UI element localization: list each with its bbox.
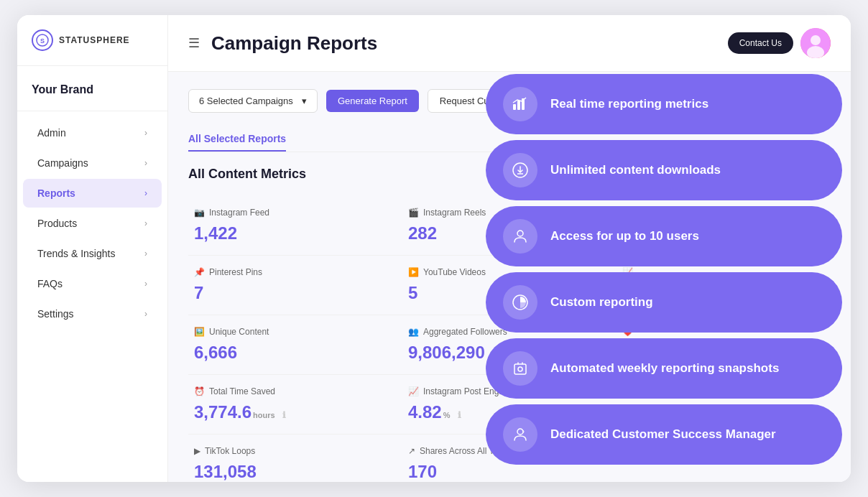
metric-value-instagram-feed: 1,422 bbox=[194, 223, 397, 243]
sidebar-item-faqs[interactable]: FAQs › bbox=[23, 269, 162, 298]
custom-reporting-icon bbox=[503, 285, 537, 320]
sidebar-item-trends[interactable]: Trends & Insights › bbox=[23, 239, 162, 268]
feature-realtime-text: Real time reporting metrics bbox=[550, 97, 708, 111]
realtime-icon bbox=[503, 87, 537, 121]
metric-platform-total-time: ⏰ Total Time Saved bbox=[194, 386, 397, 396]
metric-tiktok-loops: ▶ TikTok Loops 131,058 bbox=[188, 435, 402, 482]
svg-rect-6 bbox=[517, 101, 520, 110]
instagram-feed-icon: 📷 bbox=[194, 208, 205, 218]
main-content: ☰ Campaign Reports Contact Us 6 Selected… bbox=[168, 15, 851, 482]
nav-label-faqs: FAQs bbox=[37, 278, 63, 289]
hamburger-icon[interactable]: ☰ bbox=[188, 35, 200, 51]
sidebar-logo: S STATUSPHERE bbox=[17, 29, 167, 66]
metric-value-unique-content: 6,666 bbox=[194, 343, 397, 363]
svg-point-3 bbox=[811, 35, 821, 45]
metric-platform-pinterest: 📌 Pinterest Pins bbox=[194, 267, 397, 277]
metric-platform-tiktok-loops: ▶ TikTok Loops bbox=[194, 446, 397, 456]
brand-section: Your Brand bbox=[17, 78, 167, 111]
sidebar: S STATUSPHERE Your Brand Admin › Campaig… bbox=[17, 15, 168, 482]
downloads-icon bbox=[503, 153, 537, 187]
nav-label-trends: Trends & Insights bbox=[37, 248, 115, 259]
chevron-icon-settings: › bbox=[144, 309, 147, 319]
sidebar-item-products[interactable]: Products › bbox=[23, 209, 162, 238]
svg-rect-5 bbox=[513, 104, 516, 110]
feature-success-manager-text: Dedicated Customer Success Manager bbox=[550, 427, 776, 442]
topbar: ☰ Campaign Reports Contact Us bbox=[168, 15, 851, 72]
app-container: S STATUSPHERE Your Brand Admin › Campaig… bbox=[17, 15, 851, 482]
metric-instagram-feed: 📷 Instagram Feed 1,422 bbox=[188, 196, 402, 256]
brand-label: Your Brand bbox=[32, 83, 93, 96]
svg-rect-12 bbox=[514, 364, 526, 374]
metric-platform-instagram-feed: 📷 Instagram Feed bbox=[194, 208, 397, 218]
pct-unit: % bbox=[443, 411, 451, 419]
svg-point-13 bbox=[518, 367, 522, 371]
svg-text:S: S bbox=[40, 37, 45, 45]
dropdown-chevron-icon: ▾ bbox=[302, 96, 307, 106]
chevron-icon-faqs: › bbox=[144, 279, 147, 289]
feature-downloads[interactable]: Unlimited content downloads bbox=[486, 140, 842, 200]
chevron-icon-admin: › bbox=[144, 128, 147, 138]
metric-pinterest: 📌 Pinterest Pins 7 bbox=[188, 256, 402, 315]
campaign-select-value: 6 Selected Campaigns bbox=[199, 96, 293, 106]
page-title: Campaign Reports bbox=[211, 32, 728, 55]
nav-label-products: Products bbox=[37, 218, 77, 229]
nav-label-campaigns: Campaigns bbox=[37, 157, 88, 169]
metric-platform-unique-content: 🖼️ Unique Content bbox=[194, 327, 397, 337]
metric-total-time: ⏰ Total Time Saved 3,774.6hours ℹ bbox=[188, 375, 402, 435]
feature-weekly-snapshots-text: Automated weekly reporting snapshots bbox=[550, 361, 779, 376]
feature-realtime[interactable]: Real time reporting metrics bbox=[486, 74, 842, 134]
success-manager-icon bbox=[503, 417, 537, 452]
chevron-icon-campaigns: › bbox=[144, 158, 147, 168]
tiktok-icon: ▶ bbox=[194, 446, 200, 456]
metric-value-pinterest: 7 bbox=[194, 283, 397, 303]
weekly-snapshots-icon bbox=[503, 351, 537, 386]
metric-value-total-time: 3,774.6hours ℹ bbox=[194, 402, 397, 422]
feature-users-text: Access for up to 10 users bbox=[550, 229, 699, 243]
shares-icon: ↗ bbox=[408, 446, 415, 456]
engagement-icon: 📈 bbox=[408, 386, 419, 396]
generate-report-button[interactable]: Generate Report bbox=[326, 90, 419, 112]
logo-text: STATUSPHERE bbox=[59, 35, 130, 45]
svg-point-14 bbox=[517, 429, 523, 435]
tab-all-selected-reports[interactable]: All Selected Reports bbox=[188, 127, 286, 152]
feature-weekly-snapshots[interactable]: Automated weekly reporting snapshots bbox=[486, 338, 842, 399]
instagram-reels-icon: 🎬 bbox=[408, 208, 419, 218]
nav-label-reports: Reports bbox=[37, 187, 75, 199]
feature-success-manager[interactable]: Dedicated Customer Success Manager bbox=[486, 404, 842, 465]
chevron-icon-reports: › bbox=[144, 188, 147, 198]
nav-label-settings: Settings bbox=[37, 308, 74, 320]
users-icon bbox=[503, 219, 537, 254]
pinterest-icon: 📌 bbox=[194, 267, 205, 277]
chevron-icon-trends: › bbox=[144, 249, 147, 259]
logo-icon: S bbox=[32, 29, 53, 51]
nav-label-admin: Admin bbox=[37, 127, 66, 139]
feature-downloads-text: Unlimited content downloads bbox=[550, 163, 721, 177]
svg-point-10 bbox=[517, 231, 523, 236]
sidebar-item-reports[interactable]: Reports › bbox=[23, 179, 162, 208]
sidebar-item-settings[interactable]: Settings › bbox=[23, 299, 162, 328]
metric-value-tiktok-loops: 131,058 bbox=[194, 462, 397, 482]
metric-unique-content: 🖼️ Unique Content 6,666 bbox=[188, 315, 402, 375]
avatar bbox=[800, 28, 831, 58]
chevron-icon-products: › bbox=[144, 218, 147, 228]
campaign-select[interactable]: 6 Selected Campaigns ▾ bbox=[188, 89, 318, 113]
sidebar-item-campaigns[interactable]: Campaigns › bbox=[23, 149, 162, 177]
unique-content-icon: 🖼️ bbox=[194, 327, 205, 337]
sidebar-nav: Admin › Campaigns › Reports › Products ›… bbox=[17, 117, 167, 330]
info-icon-time[interactable]: ℹ bbox=[282, 410, 286, 420]
feature-custom-reporting[interactable]: Custom reporting bbox=[486, 272, 842, 333]
info-icon-engagement[interactable]: ℹ bbox=[458, 410, 461, 420]
feature-users[interactable]: Access for up to 10 users bbox=[486, 206, 842, 266]
sidebar-item-admin[interactable]: Admin › bbox=[23, 119, 162, 147]
contact-button[interactable]: Contact Us bbox=[728, 32, 793, 54]
time-unit: hours bbox=[253, 411, 275, 419]
feature-custom-reporting-text: Custom reporting bbox=[550, 295, 653, 310]
features-overlay: Real time reporting metrics Unlimited co… bbox=[477, 65, 851, 473]
followers-icon: 👥 bbox=[408, 327, 419, 337]
time-icon: ⏰ bbox=[194, 386, 205, 396]
youtube-icon: ▶️ bbox=[408, 267, 419, 277]
